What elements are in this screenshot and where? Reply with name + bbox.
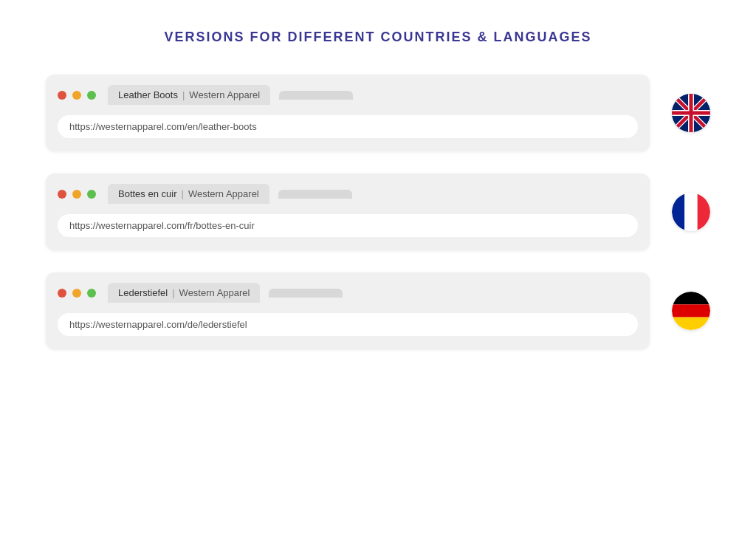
tab-main-de: Lederstiefel bbox=[118, 287, 168, 298]
dot-green-fr bbox=[87, 190, 96, 199]
browser-window-en: Leather Boots | Western Apparel https://… bbox=[46, 75, 650, 151]
browser-titlebar-en: Leather Boots | Western Apparel bbox=[58, 85, 638, 105]
tab-main-en: Leather Boots bbox=[118, 89, 178, 100]
browser-titlebar-de: Lederstiefel | Western Apparel bbox=[58, 283, 638, 303]
svg-rect-14 bbox=[698, 193, 710, 231]
flag-fr bbox=[672, 193, 710, 231]
dot-red-fr bbox=[58, 190, 66, 199]
browser-url-en[interactable]: https://westernapparel.com/en/leather-bo… bbox=[58, 115, 638, 138]
browser-row-en: Leather Boots | Western Apparel https://… bbox=[46, 75, 710, 151]
dot-red-de bbox=[58, 289, 66, 298]
svg-rect-18 bbox=[672, 317, 710, 330]
dot-orange-en bbox=[72, 91, 81, 100]
tab-site-de: Western Apparel bbox=[179, 287, 250, 298]
tab-sep-de: | bbox=[172, 287, 174, 298]
dot-green-en bbox=[87, 91, 96, 100]
dot-orange-fr bbox=[72, 190, 81, 199]
svg-rect-8 bbox=[672, 111, 710, 115]
browser-row-fr: Bottes en cuir | Western Apparel https:/… bbox=[46, 174, 710, 250]
browsers-column: Leather Boots | Western Apparel https://… bbox=[46, 75, 710, 349]
browser-row-de: Lederstiefel | Western Apparel https://w… bbox=[46, 272, 710, 349]
tab-placeholder-en bbox=[279, 91, 353, 100]
dot-red-en bbox=[58, 91, 66, 100]
tab-placeholder-fr bbox=[278, 190, 352, 199]
browser-url-fr[interactable]: https://westernapparel.com/fr/bottes-en-… bbox=[58, 214, 638, 237]
svg-rect-16 bbox=[672, 292, 710, 304]
browser-window-de: Lederstiefel | Western Apparel https://w… bbox=[46, 272, 650, 349]
tab-site-en: Western Apparel bbox=[189, 89, 260, 100]
tab-site-fr: Western Apparel bbox=[188, 188, 259, 199]
tab-placeholder-de bbox=[269, 289, 343, 298]
svg-rect-12 bbox=[672, 193, 684, 231]
browser-titlebar-fr: Bottes en cuir | Western Apparel bbox=[58, 184, 638, 204]
flag-uk bbox=[672, 94, 710, 132]
browser-window-fr: Bottes en cuir | Western Apparel https:/… bbox=[46, 174, 650, 250]
browser-tab-fr[interactable]: Bottes en cuir | Western Apparel bbox=[108, 184, 269, 204]
tab-sep-en: | bbox=[182, 89, 185, 100]
svg-rect-17 bbox=[672, 304, 710, 317]
browser-tab-de[interactable]: Lederstiefel | Western Apparel bbox=[108, 283, 260, 303]
svg-rect-13 bbox=[684, 193, 697, 231]
page-title: VERSIONS FOR DIFFERENT COUNTRIES & LANGU… bbox=[164, 30, 591, 45]
flag-de bbox=[672, 292, 710, 330]
tab-sep-fr: | bbox=[182, 188, 184, 199]
tab-main-fr: Bottes en cuir bbox=[118, 188, 177, 199]
browser-url-de[interactable]: https://westernapparel.com/de/lederstief… bbox=[58, 313, 638, 336]
dot-green-de bbox=[87, 289, 96, 298]
page-wrapper: VERSIONS FOR DIFFERENT COUNTRIES & LANGU… bbox=[0, 0, 756, 539]
dot-orange-de bbox=[72, 289, 81, 298]
browser-tab-en[interactable]: Leather Boots | Western Apparel bbox=[108, 85, 270, 105]
